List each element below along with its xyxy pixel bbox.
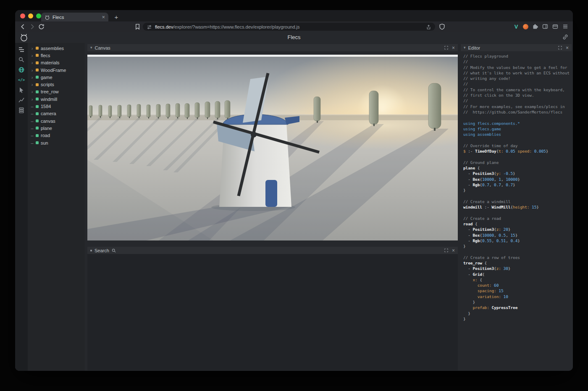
code-line[interactable]: x: { [463,277,572,283]
outliner-icon[interactable] [18,46,25,53]
code-line[interactable] [463,210,572,215]
extensions-puzzle-icon[interactable] [532,23,538,30]
close-icon[interactable]: × [452,248,455,253]
code-line[interactable]: - Grid{ [463,272,572,277]
code-line[interactable]: - Position3{z: 20} [463,227,572,232]
code-line[interactable]: // Create a windmill [463,199,572,204]
tree-item-tree_row[interactable]: ›tree_row [28,88,85,95]
expand-chevron-icon[interactable]: › [31,68,34,73]
bookmark-sidebar-icon[interactable] [134,23,141,30]
code-line[interactable]: // [463,81,572,87]
window-zoom-button[interactable] [36,13,41,18]
window-close-button[interactable] [20,13,25,18]
expand-chevron-icon[interactable]: › [31,60,34,65]
expand-chevron-icon[interactable]: › [31,53,34,58]
code-line[interactable]: } [463,311,572,316]
search-icon[interactable] [18,56,25,63]
tree-item-canvas[interactable]: –canvas [28,117,85,124]
inspect-icon[interactable] [18,87,25,93]
tab-close-icon[interactable]: × [102,14,105,20]
new-tab-button[interactable]: + [113,13,120,21]
tree-item-game[interactable]: ›game [28,74,85,81]
code-line[interactable]: // https://github.com/SanderMertens/flec… [463,109,572,115]
search-panel-header[interactable]: Search × [87,247,458,254]
code-line[interactable]: windmill :- WindMill{height: 15} [463,204,572,210]
menu-icon[interactable] [562,23,569,30]
expand-chevron-icon[interactable]: › [31,75,34,80]
code-line[interactable]: // what it's like to work with an ECS wi… [463,70,572,76]
tree-item-camera[interactable]: –camera [28,110,85,117]
collapse-chevron-icon[interactable]: ▾ [90,46,92,50]
code-line[interactable]: count: 60 [463,283,572,288]
code-line[interactable]: // For more examples, see examples/plecs… [463,104,572,109]
code-line[interactable]: // Modify the values below to get a feel… [463,65,572,70]
tree-item-sun[interactable]: –sun [28,139,85,146]
code-line[interactable]: spacing: 15 [463,288,572,293]
code-line[interactable]: } [463,188,572,193]
code-line[interactable]: // writing any code! [463,76,572,81]
expand-chevron-icon[interactable]: › [31,82,34,87]
code-line[interactable]: } [463,299,572,305]
tree-item-scripts[interactable]: ›scripts [28,81,85,88]
canvas-panel-header[interactable]: ▾ Canvas × [87,44,458,51]
browser-tab[interactable]: Flecs × [41,13,108,21]
tree-item-1584[interactable]: –1584 [28,103,85,110]
extension-v-icon[interactable]: V [513,24,520,30]
tree-item-WoodFrame[interactable]: ›WoodFrame [28,66,85,74]
code-line[interactable]: - Box{10000, 1, 10000} [463,177,572,182]
expand-chevron-icon[interactable]: › [31,97,34,102]
code-line[interactable]: // Override time of day [463,143,572,148]
code-line[interactable]: tree_row { [463,260,572,266]
code-line[interactable] [463,137,572,143]
window-minimize-button[interactable] [28,13,33,18]
expand-chevron-icon[interactable]: › [31,89,34,94]
reload-button[interactable] [38,23,45,30]
close-icon[interactable]: × [566,45,569,50]
shield-icon[interactable] [438,23,446,30]
tree-item-road[interactable]: –road [28,132,85,139]
fullscreen-icon[interactable] [558,46,562,50]
code-line[interactable]: using flecs.components.* [463,121,572,126]
tree-item-flecs[interactable]: ›flecs [28,52,85,59]
expand-chevron-icon[interactable]: › [31,46,34,51]
code-line[interactable]: prefab: CypressTree [463,305,572,310]
collapse-dot-icon[interactable] [90,250,92,251]
code-line[interactable]: } [463,243,572,249]
code-line[interactable]: // To control the camera with the keyboa… [463,87,572,92]
tables-icon[interactable] [18,107,25,114]
code-line[interactable]: using assemblies [463,132,572,137]
tree-item-materials[interactable]: ›materials [28,59,85,66]
back-button[interactable] [19,23,26,30]
code-line[interactable]: - Rgb{0.55, 0.51, 0.4} [463,238,572,243]
code-line[interactable] [463,154,572,159]
tree-item-plane[interactable]: –plane [28,124,85,132]
code-line[interactable]: // first click on the 3D view. [463,92,572,98]
share-icon[interactable] [426,24,431,29]
permalink-icon[interactable] [562,34,569,40]
code-line[interactable]: // [463,59,572,64]
address-bar[interactable]: flecs.dev/explorer/?wasm=https://www.fle… [143,23,435,31]
fullscreen-icon[interactable] [444,46,448,50]
wallet-icon[interactable] [552,23,559,30]
code-line[interactable]: variation: 10 [463,294,572,299]
code-line[interactable]: // Create a row of trees [463,255,572,260]
code-line[interactable] [463,115,572,120]
code-line[interactable]: road { [463,221,572,227]
extension-orange-icon[interactable] [523,24,528,29]
forward-button[interactable] [29,23,36,30]
code-line[interactable]: using flecs.game [463,126,572,132]
code-line[interactable]: // [463,98,572,103]
code-line[interactable]: - Position3{z: 30} [463,266,572,271]
code-line[interactable]: $ :- TimeOfDay{t: 0.05 speed: 0.005} [463,148,572,154]
code-line[interactable]: plane { [463,165,572,171]
code-line[interactable]: // Create a road [463,216,572,221]
editor-panel-header[interactable]: ▾ Editor × [461,44,572,51]
code-editor[interactable]: // Flecs playground//// Modify the value… [461,51,572,330]
code-line[interactable]: } [463,316,572,322]
3d-viewport[interactable] [87,55,458,240]
fullscreen-icon[interactable] [444,248,448,252]
tree-item-windmill[interactable]: ›windmill [28,95,85,103]
code-line[interactable] [463,249,572,254]
code-line[interactable] [463,193,572,198]
code-line[interactable]: - Box{10000, 0.5, 15} [463,232,572,238]
